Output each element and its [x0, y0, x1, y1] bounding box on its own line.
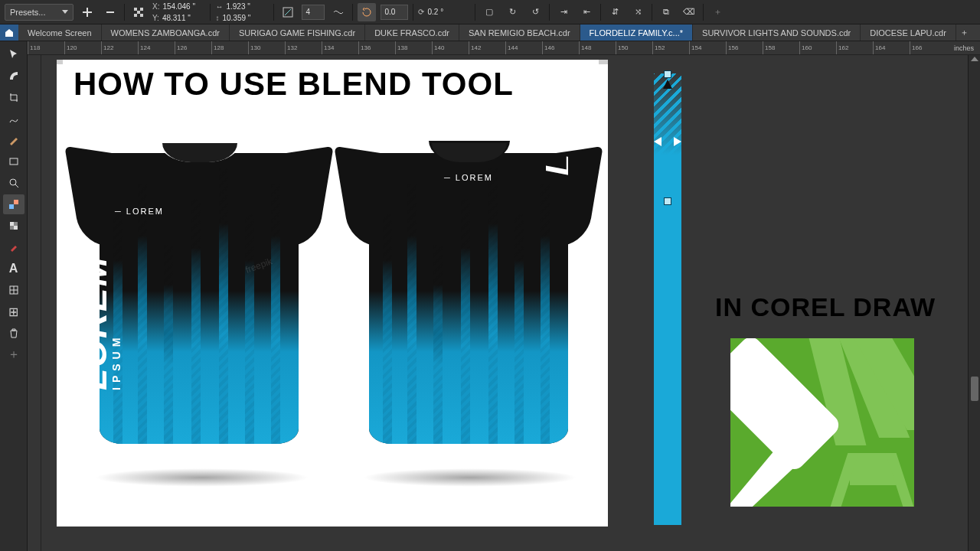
ruler-tick: 146 — [542, 41, 554, 54]
size-h-input[interactable] — [222, 13, 265, 23]
doc-tab-flordeliz[interactable]: FLORDELIZ FAMILY.c...* — [580, 24, 693, 41]
blend-tool[interactable] — [3, 194, 24, 214]
tutorial-title: HOW TO USE BLEND TOOL — [63, 60, 599, 109]
zoom-tool[interactable] — [3, 173, 24, 193]
ruler-tick: 152 — [652, 41, 665, 54]
vertical-ruler[interactable] — [28, 55, 41, 551]
add-toolbar-button[interactable]: ＋ — [708, 3, 727, 21]
divider — [549, 4, 550, 21]
ruler-tick: 160 — [799, 41, 812, 54]
scroll-up-icon[interactable] — [971, 57, 978, 61]
doc-tab-label: SAN REMIGIO BEACH.cdr — [469, 28, 570, 37]
accel-objects-button[interactable]: ⇥ — [554, 3, 573, 21]
pos-x-input[interactable] — [162, 2, 205, 11]
drawing-canvas[interactable]: HOW TO USE BLEND TOOL ─ LOREM f — [41, 55, 968, 551]
presets-combo[interactable]: Presets... — [5, 4, 74, 21]
doc-tab-survivor[interactable]: SURVIVOR LIGHTS AND SOUNDS.cdr — [693, 24, 861, 41]
blend-steps-input[interactable] — [302, 5, 325, 20]
doc-tab-sanremigio[interactable]: SAN REMIGIO BEACH.cdr — [459, 24, 580, 41]
divider — [352, 4, 353, 21]
pick-tool[interactable] — [3, 44, 24, 64]
text-tool[interactable]: A — [3, 259, 24, 279]
ccw-blend-button[interactable]: ↺ — [526, 3, 544, 21]
coreldraw-logo-icon — [730, 338, 914, 507]
position-block: X: Y: — [152, 2, 205, 23]
svg-rect-3 — [140, 14, 143, 17]
doc-tab-surigao[interactable]: SURIGAO GAME FISHING.cdr — [230, 24, 365, 41]
accel-start-icon[interactable] — [658, 80, 678, 90]
doc-tab-welcome[interactable]: Welcome Screen — [18, 24, 102, 41]
svg-rect-4 — [137, 11, 140, 14]
scroll-thumb[interactable] — [971, 377, 978, 401]
crop-tool[interactable] — [3, 87, 24, 107]
rectangle-tool[interactable] — [3, 152, 24, 171]
table-tool[interactable] — [3, 280, 24, 300]
pos-y-input[interactable] — [162, 13, 205, 23]
transparency-tool[interactable] — [3, 216, 24, 236]
ruler-tick: 142 — [469, 41, 481, 54]
start-end-button[interactable]: ⇵ — [606, 3, 624, 21]
shirt-brand-back: ─ LOREM — [444, 173, 493, 182]
accel-mid-icon[interactable] — [654, 136, 681, 147]
horizontal-ruler[interactable]: inches 118120122124126128130132134136138… — [28, 41, 980, 55]
loop-blend-button[interactable] — [358, 3, 376, 21]
doc-tab-label: SURVIVOR LIGHTS AND SOUNDS.cdr — [702, 28, 851, 37]
blend-start-handle[interactable] — [664, 70, 671, 78]
remove-preset-button[interactable] — [101, 3, 119, 21]
shirt-text-front: LOREMIPSUM — [100, 256, 122, 390]
svg-rect-11 — [10, 222, 14, 226]
dimension-tool[interactable]: ⊞ — [3, 302, 24, 321]
rotation-input[interactable] — [427, 7, 470, 17]
artistic-media-tool[interactable] — [3, 130, 24, 150]
doc-tab-label: DIOCESE LAPU.cdr — [870, 28, 946, 37]
object-origin-button[interactable] — [129, 3, 148, 21]
doc-tab-label: DUKE FRASCO.cdr — [374, 28, 449, 37]
clear-blend-button[interactable]: ⌫ — [680, 3, 698, 21]
eyedropper-tool[interactable] — [3, 237, 24, 257]
rotation-block: ⟳ — [418, 7, 470, 17]
doc-tab-diocese[interactable]: DIOCESE LAPU.cdr — [861, 24, 956, 41]
svg-rect-2 — [134, 14, 137, 17]
ruler-tick: 136 — [358, 41, 371, 54]
blend-direction-button[interactable] — [329, 3, 348, 21]
blend-offset-input[interactable] — [381, 5, 408, 20]
copy-blend-button[interactable]: ⧉ — [657, 3, 675, 21]
vertical-scrollbar[interactable] — [968, 55, 980, 551]
new-doc-tab-button[interactable]: ＋ — [956, 24, 973, 41]
doc-tab-label: WOMENS ZAMBOANGA.cdr — [111, 28, 220, 37]
shape-tool[interactable] — [3, 66, 24, 86]
direct-blend-button[interactable]: ▢ — [480, 3, 498, 21]
doc-tab-duke[interactable]: DUKE FRASCO.cdr — [365, 24, 459, 41]
cw-blend-button[interactable]: ↻ — [503, 3, 521, 21]
chevron-down-icon — [62, 10, 68, 14]
ruler-units-label: inches — [954, 41, 974, 55]
doc-tab-label: Welcome Screen — [28, 28, 92, 37]
divider — [652, 4, 652, 21]
divider — [210, 4, 211, 21]
delete-tool[interactable] — [3, 323, 24, 343]
ruler-tick: 138 — [395, 41, 407, 54]
ruler-tick: 132 — [285, 41, 297, 54]
ruler-tick: 122 — [101, 41, 113, 54]
blend-steps-button[interactable] — [279, 3, 297, 21]
size-w-input[interactable] — [226, 2, 269, 11]
ruler-tick: 156 — [726, 41, 738, 54]
home-tab[interactable] — [0, 24, 18, 41]
divider — [413, 4, 413, 21]
svg-rect-1 — [140, 8, 143, 11]
ruler-tick: 140 — [432, 41, 444, 54]
freehand-tool[interactable] — [3, 109, 24, 129]
path-properties-button[interactable]: ⤭ — [629, 3, 647, 21]
svg-rect-9 — [14, 200, 18, 204]
add-preset-button[interactable] — [78, 3, 96, 21]
ruler-tick: 118 — [28, 41, 40, 54]
divider — [273, 4, 274, 21]
svg-rect-6 — [10, 158, 18, 165]
ruler-tick: 166 — [910, 41, 922, 54]
blend-end-handle[interactable] — [664, 197, 671, 205]
ruler-tick: 128 — [211, 41, 224, 54]
accel-sizing-button[interactable]: ⇤ — [577, 3, 596, 21]
divider — [703, 4, 704, 21]
doc-tab-womens[interactable]: WOMENS ZAMBOANGA.cdr — [102, 24, 230, 41]
more-tools-button[interactable]: ＋ — [3, 344, 24, 364]
